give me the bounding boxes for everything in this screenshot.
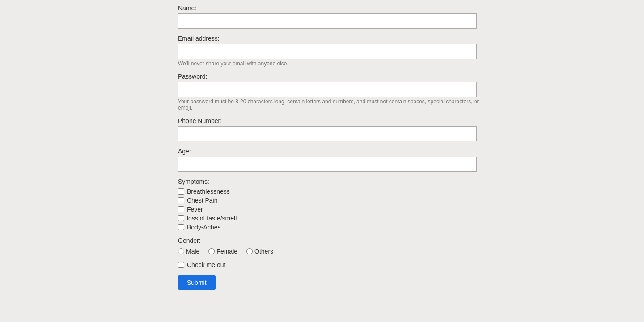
gender-others-option: Others [246, 248, 273, 255]
submit-button[interactable]: Submit [178, 275, 216, 290]
check-me-checkbox[interactable] [178, 262, 184, 268]
password-label: Password: [178, 73, 491, 80]
symptom-body-aches: Body-Aches [178, 224, 491, 231]
symptom-chest-pain-label: Chest Pain [187, 197, 217, 204]
email-label: Email address: [178, 35, 491, 42]
age-label: Age: [178, 148, 491, 155]
symptom-loss-of-taste-label: loss of taste/smell [187, 215, 237, 222]
password-field-group: Password: Your password must be 8-20 cha… [178, 73, 491, 111]
email-input[interactable] [178, 44, 477, 59]
check-me-label: Check me out [187, 261, 225, 268]
symptom-fever: Fever [178, 206, 491, 213]
symptom-body-aches-checkbox[interactable] [178, 224, 184, 230]
symptoms-group: Symptoms: Breathlessness Chest Pain Feve… [178, 178, 491, 231]
password-hint: Your password must be 8-20 characters lo… [178, 98, 491, 111]
symptom-fever-label: Fever [187, 206, 203, 213]
symptom-loss-of-taste: loss of taste/smell [178, 215, 491, 222]
gender-others-radio[interactable] [246, 248, 253, 254]
age-input[interactable] [178, 157, 477, 172]
symptom-breathlessness-label: Breathlessness [187, 188, 230, 195]
phone-input[interactable] [178, 126, 477, 141]
gender-male-label: Male [186, 248, 199, 255]
gender-group: Gender: Male Female Others [178, 237, 491, 255]
gender-female-option: Female [208, 248, 237, 255]
symptom-chest-pain-checkbox[interactable] [178, 197, 184, 203]
registration-form: Name: Email address: We'll never share y… [178, 0, 491, 303]
symptom-body-aches-label: Body-Aches [187, 224, 220, 231]
symptom-fever-checkbox[interactable] [178, 206, 184, 212]
check-me-group: Check me out [178, 261, 491, 268]
gender-female-label: Female [216, 248, 237, 255]
symptom-chest-pain: Chest Pain [178, 197, 491, 204]
symptoms-label: Symptoms: [178, 178, 491, 185]
name-field-group: Name: [178, 4, 491, 29]
gender-male-radio[interactable] [178, 248, 184, 254]
symptom-loss-of-taste-checkbox[interactable] [178, 215, 184, 221]
symptom-breathlessness-checkbox[interactable] [178, 188, 184, 195]
email-hint: We'll never share your email with anyone… [178, 60, 491, 67]
password-input[interactable] [178, 82, 477, 97]
name-label: Name: [178, 4, 491, 12]
name-input[interactable] [178, 13, 477, 29]
phone-label: Phone Number: [178, 117, 491, 124]
gender-female-radio[interactable] [208, 248, 215, 254]
gender-others-label: Others [254, 248, 273, 255]
email-field-group: Email address: We'll never share your em… [178, 35, 491, 67]
symptom-breathlessness: Breathlessness [178, 188, 491, 195]
phone-field-group: Phone Number: [178, 117, 491, 141]
gender-label: Gender: [178, 237, 491, 244]
gender-options: Male Female Others [178, 248, 491, 255]
age-field-group: Age: [178, 148, 491, 172]
gender-male-option: Male [178, 248, 199, 255]
